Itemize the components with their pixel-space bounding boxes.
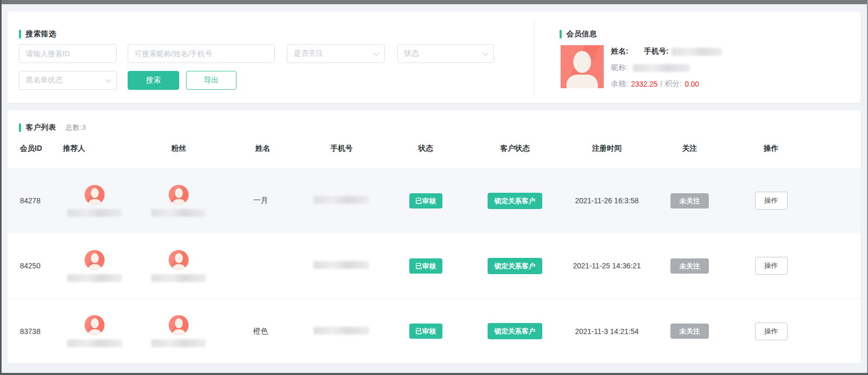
cell-member-id: 84278 <box>16 196 58 205</box>
cell-follow: 未关注 <box>652 193 728 209</box>
title-accent-bar <box>19 30 21 38</box>
chevron-down-icon <box>106 77 111 82</box>
customer-status-badge: 锁定关系客户 <box>488 258 542 274</box>
chevron-down-icon <box>374 50 379 56</box>
cell-member-id: 84250 <box>16 262 58 270</box>
title-accent-bar <box>560 30 562 38</box>
search-id-input[interactable] <box>19 44 117 63</box>
search-keyword-input[interactable] <box>128 44 275 63</box>
avatar-shine <box>169 315 189 335</box>
table-row: 84278 一月 已审核 锁定关系客户 2021-11-26 16:3:58 未… <box>7 168 861 233</box>
search-button[interactable]: 搜索 <box>128 71 179 90</box>
status-badge: 已审核 <box>409 258 442 274</box>
fan-name-redacted <box>151 209 206 217</box>
member-name-label: 姓名: <box>611 47 628 56</box>
phone-redacted <box>314 196 369 204</box>
member-nickname-redacted <box>633 64 690 72</box>
fans-cell <box>131 250 226 282</box>
table-header-row: 会员ID 推荐人 粉丝 姓名 手机号 状态 客户状态 注册时间 关注 操作 <box>7 139 861 159</box>
customer-list-card: 客户列表 总数:3 会员ID 推荐人 粉丝 姓名 手机号 状态 客户状态 注册时… <box>7 110 861 363</box>
member-name-row: 姓名: 手机号: <box>611 46 769 57</box>
cell-status: 已审核 <box>384 258 468 274</box>
blacklist-filter-placeholder: 黑名单状态 <box>26 76 63 85</box>
col-header-fans: 粉丝 <box>131 144 226 153</box>
avatar-shine <box>85 185 105 205</box>
search-and-member-card: 搜索筛选 是否关注 状态 黑名单状态 搜索 导出 会员信息 <box>7 12 861 103</box>
fans-cell <box>131 185 226 217</box>
search-filter-title: 搜索筛选 <box>19 29 56 39</box>
member-points-label: 积分: <box>665 79 681 89</box>
fan-avatar[interactable] <box>169 185 189 205</box>
follow-filter-select[interactable]: 是否关注 <box>287 44 385 63</box>
cell-action: 操作 <box>728 257 814 275</box>
export-button[interactable]: 导出 <box>186 71 236 90</box>
referrer-avatar[interactable] <box>85 250 105 270</box>
referrer-cell <box>58 185 131 217</box>
separator-slash: / <box>660 80 663 88</box>
col-header-name: 姓名 <box>226 144 299 153</box>
table-row: 84250 已审核 锁定关系客户 2021-11-25 14:36:21 未关注… <box>7 233 861 298</box>
referrer-name-redacted <box>67 209 122 217</box>
cell-member-id: 83738 <box>16 327 58 336</box>
cell-action: 操作 <box>728 322 814 340</box>
status-filter-select[interactable]: 状态 <box>397 44 494 63</box>
cell-phone <box>299 261 384 270</box>
cell-phone <box>299 196 384 205</box>
row-action-button[interactable]: 操作 <box>755 322 788 340</box>
avatar-shine <box>85 250 105 270</box>
member-info-block: 姓名: 手机号: 昵称: 余额: 2332.25 / 积分: 0.00 <box>611 46 769 95</box>
col-header-register-time: 注册时间 <box>562 144 652 153</box>
col-header-follow: 关注 <box>652 144 728 153</box>
app-window: 搜索筛选 是否关注 状态 黑名单状态 搜索 导出 会员信息 <box>0 0 868 375</box>
cell-phone <box>299 327 384 336</box>
referrer-avatar[interactable] <box>85 185 105 205</box>
avatar-shine <box>169 250 189 270</box>
person-icon <box>566 75 598 88</box>
member-phone-label: 手机号: <box>644 47 669 56</box>
follow-badge: 未关注 <box>670 193 709 209</box>
member-balance-row: 余额: 2332.25 / 积分: 0.00 <box>611 79 769 89</box>
blacklist-filter-select[interactable]: 黑名单状态 <box>19 71 117 90</box>
fan-avatar[interactable] <box>169 315 189 335</box>
customer-list-title-text: 客户列表 <box>26 123 56 132</box>
customer-status-badge: 锁定关系客户 <box>488 323 542 339</box>
title-accent-bar <box>19 123 21 132</box>
referrer-name-redacted <box>67 274 122 282</box>
avatar-shine <box>169 185 189 205</box>
status-badge: 已审核 <box>409 324 442 339</box>
cell-follow: 未关注 <box>652 324 728 339</box>
window-bottom-bar <box>0 373 868 375</box>
member-avatar <box>561 45 604 88</box>
avatar-shine <box>85 315 105 335</box>
customer-list-title: 客户列表 总数:3 <box>19 123 86 132</box>
cell-customer-status: 锁定关系客户 <box>468 323 562 339</box>
fan-avatar[interactable] <box>169 250 189 270</box>
cell-name: 橙色 <box>226 327 299 336</box>
referrer-cell <box>58 250 131 282</box>
referrer-cell <box>58 315 131 347</box>
member-balance-value: 2332.25 <box>631 80 658 88</box>
follow-badge: 未关注 <box>670 324 709 339</box>
panel-divider <box>534 19 534 96</box>
row-action-button[interactable]: 操作 <box>755 257 788 275</box>
row-action-button[interactable]: 操作 <box>755 192 788 210</box>
referrer-name-redacted <box>67 339 122 347</box>
col-header-action: 操作 <box>728 144 814 153</box>
member-nickname-label: 昵称: <box>611 63 628 72</box>
cell-follow: 未关注 <box>652 258 728 274</box>
phone-redacted <box>314 327 369 335</box>
fans-cell <box>131 315 226 347</box>
fan-name-redacted <box>151 339 206 347</box>
member-balance-label: 余额: <box>611 79 628 89</box>
table-row: 83738 橙色 已审核 锁定关系客户 2021-11-3 14:21:54 未… <box>7 298 861 363</box>
status-filter-placeholder: 状态 <box>404 49 419 58</box>
col-header-member-id: 会员ID <box>16 144 58 153</box>
member-info-title: 会员信息 <box>560 29 597 39</box>
window-top-bar <box>0 0 868 4</box>
referrer-avatar[interactable] <box>85 315 105 335</box>
cell-status: 已审核 <box>384 324 468 339</box>
cell-register-time: 2021-11-26 16:3:58 <box>562 196 652 205</box>
follow-filter-placeholder: 是否关注 <box>294 49 323 58</box>
col-header-customer-status: 客户状态 <box>468 144 562 153</box>
member-points-value: 0.00 <box>685 80 699 88</box>
